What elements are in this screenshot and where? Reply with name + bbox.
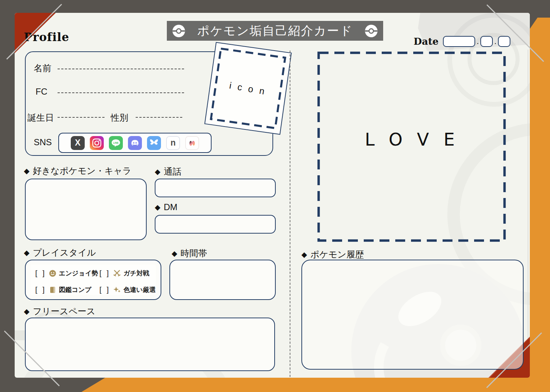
crossed-swords-icon	[113, 269, 121, 277]
banner-title: ポケモン垢自己紹介カード	[197, 23, 353, 39]
note-icon: n	[166, 136, 180, 150]
date-label: Date	[414, 36, 439, 47]
bluesky-icon	[147, 136, 161, 150]
dm-label: DM	[164, 202, 177, 212]
date-year-box[interactable]	[443, 36, 475, 47]
edge-line	[528, 50, 528, 365]
diamond-icon: ◆	[24, 248, 29, 257]
history-header: ◆ ポケモン履歴	[301, 249, 364, 260]
gender-label: 性別	[111, 112, 128, 124]
pokemon-intro-card: Profile ポケモン垢自己紹介カード Date . . 名前	[0, 0, 550, 392]
icon-upload-box[interactable]: icon	[204, 42, 292, 135]
free-space-box[interactable]	[25, 318, 275, 371]
name-input-line[interactable]	[58, 69, 184, 69]
sparkles-icon	[113, 286, 121, 294]
free-space-label: フリースペース	[33, 305, 95, 317]
checkbox-enjoy[interactable]: [ ]	[35, 269, 46, 278]
dm-header: ◆ DM	[155, 202, 177, 212]
favorites-label: 好きなポケモン・キャラ	[33, 165, 131, 177]
favorites-header: ◆ 好きなポケモン・キャラ	[24, 165, 131, 177]
history-box[interactable]	[301, 260, 524, 370]
playstyle-header: ◆ プレイスタイル	[24, 247, 96, 259]
playstyle-option: [ ] 色違い厳選	[99, 285, 155, 294]
column-divider	[290, 51, 290, 377]
instagram-icon	[90, 136, 104, 150]
pokeball-icon	[364, 24, 378, 38]
call-box[interactable]	[155, 179, 276, 197]
diamond-icon: ◆	[155, 203, 160, 212]
fc-label: FC	[36, 87, 47, 97]
x-icon: X	[71, 136, 85, 150]
book-icon	[49, 286, 56, 294]
svg-text:LINE: LINE	[113, 141, 119, 144]
title-banner: ポケモン垢自己紹介カード	[167, 21, 383, 41]
discord-icon	[128, 136, 142, 150]
time-label: 時間帯	[180, 248, 207, 259]
gender-input-line[interactable]	[136, 117, 182, 118]
birthday-label: 誕生日	[27, 112, 54, 124]
call-label: 通話	[164, 166, 181, 177]
pokeball-icon	[172, 24, 186, 38]
playstyle-option-label: エンジョイ勢	[59, 269, 98, 278]
date-month-box[interactable]	[480, 36, 493, 47]
playstyle-option: [ ] 図鑑コンプ	[35, 285, 91, 294]
date-separator: .	[477, 36, 479, 47]
card: Profile ポケモン垢自己紹介カード Date . . 名前	[15, 13, 530, 378]
diamond-icon: ◆	[155, 167, 160, 176]
smiley-icon	[49, 270, 56, 277]
birthday-input-line[interactable]	[58, 117, 104, 118]
playstyle-option: [ ] ガチ対戦	[99, 269, 149, 278]
call-header: ◆ 通話	[155, 166, 181, 177]
time-box[interactable]	[169, 260, 276, 300]
date-separator: .	[494, 36, 496, 47]
time-header: ◆ 時間帯	[172, 248, 207, 259]
playstyle-option-label: 色違い厳選	[124, 285, 156, 294]
love-text: LOVE	[317, 129, 506, 150]
diamond-icon: ◆	[24, 307, 29, 316]
favorites-box[interactable]	[25, 179, 147, 240]
mixi-icon	[185, 136, 199, 150]
checkbox-battle[interactable]: [ ]	[99, 269, 110, 278]
page-title: Profile	[24, 30, 69, 44]
name-label: 名前	[34, 62, 51, 74]
diamond-icon: ◆	[301, 250, 307, 259]
playstyle-inner: [ ] エンジョイ勢 [ ]	[30, 265, 156, 295]
playstyle-option-label: ガチ対戦	[124, 269, 150, 278]
history-label: ポケモン履歴	[310, 249, 364, 260]
free-space-header: ◆ フリースペース	[24, 305, 95, 317]
fc-input-line[interactable]	[58, 92, 184, 93]
line-icon: LINE	[109, 136, 123, 150]
pokeball-watermark	[15, 330, 26, 340]
dm-box[interactable]	[155, 215, 276, 234]
playstyle-label: プレイスタイル	[33, 247, 96, 259]
date-row: Date . .	[414, 36, 510, 47]
sns-label: SNS	[34, 137, 52, 147]
checkbox-shiny[interactable]: [ ]	[99, 285, 110, 294]
checkbox-pokedex[interactable]: [ ]	[35, 285, 46, 294]
playstyle-option-label: 図鑑コンプ	[59, 285, 92, 294]
diamond-icon: ◆	[24, 166, 29, 175]
sns-strip: X LINE	[58, 133, 212, 153]
playstyle-box: [ ] エンジョイ勢 [ ]	[25, 260, 161, 300]
playstyle-option: [ ] エンジョイ勢	[35, 269, 98, 278]
diamond-icon: ◆	[172, 249, 177, 258]
love-box[interactable]: LOVE	[317, 51, 506, 242]
date-day-box[interactable]	[498, 36, 510, 47]
